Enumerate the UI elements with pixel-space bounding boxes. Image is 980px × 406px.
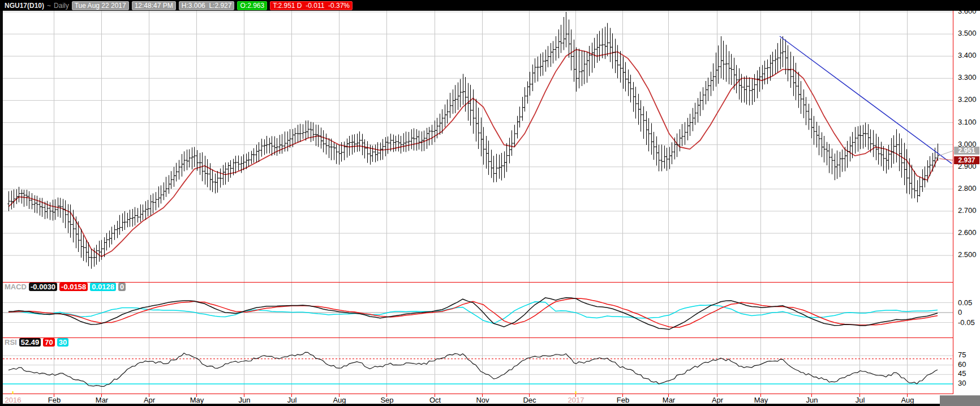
price-axis-label: 2.500 (958, 251, 977, 258)
macd-signal-badge: -0.0158 (59, 283, 88, 291)
date-axis-month-label: Jun (235, 396, 254, 404)
macd-zero-badge: 0 (118, 283, 126, 291)
rsi-axis-label: 60 (958, 361, 966, 368)
price-axis-label: 2.800 (958, 185, 977, 192)
macd-label-row: MACD -0.0030 -0.0158 0.0128 0 (5, 283, 126, 291)
rsi-axis-label: 45 (958, 370, 966, 377)
ma-price-tag: 2.937 (954, 156, 979, 164)
rsi-title[interactable]: RSI (5, 338, 17, 347)
period-label[interactable]: Daily (54, 2, 69, 10)
macd-histogram-badge: 0.0128 (90, 283, 116, 291)
left-window-edge (0, 0, 3, 406)
date-axis-month-label: Apr (708, 396, 727, 404)
rsi-oversold-badge: 30 (57, 338, 68, 347)
date-label: Tue Aug 22 2017 (72, 1, 129, 10)
date-axis-year-label: 2017 (566, 396, 586, 404)
last-trade-badge: T:2.951 D -0.011 -0.37% (270, 1, 353, 10)
date-axis-month-label: Oct (425, 396, 445, 404)
rsi-overbought-badge: 70 (43, 338, 54, 347)
high-low-label: H:3.006 L:2.927 (179, 1, 235, 10)
rsi-value-badge: 52.49 (19, 338, 41, 347)
separator-glyph: ~ (47, 2, 51, 10)
rsi-axis-label: 75 (958, 351, 966, 358)
date-axis-month-label: Aug (330, 396, 349, 404)
date-axis-month-label: May (751, 396, 771, 404)
date-axis-month-label: Sep (377, 396, 397, 404)
date-axis-month-label: Jun (802, 396, 822, 404)
date-axis-month-label: May (187, 396, 207, 404)
chart-plot[interactable] (0, 0, 980, 406)
price-axis-label: 3.300 (958, 74, 977, 81)
date-axis-month-label: Mar (92, 396, 111, 404)
open-badge: O:2.963 (237, 1, 267, 10)
macd-axis-label: 0 (958, 309, 962, 316)
price-axis-label: 3.100 (958, 118, 977, 126)
date-axis-month-label: Apr (140, 396, 159, 404)
date-axis-month-label: Jul (850, 396, 870, 404)
bottom-window-edge (0, 404, 980, 406)
date-axis-month-label: Jul (282, 396, 302, 404)
rsi-label-row: RSI 52.49 70 30 (5, 338, 68, 347)
chart-window: NGU17(D10) ~ Daily Tue Aug 22 2017 12:48… (0, 0, 980, 406)
date-axis-month-label: Mar (659, 396, 678, 404)
date-axis-month-label: Nov (473, 396, 492, 404)
title-bar: NGU17(D10) ~ Daily Tue Aug 22 2017 12:48… (0, 0, 980, 11)
price-axis-label: 2.700 (958, 207, 977, 214)
last-price-tag: 2.951 (954, 147, 979, 155)
price-axis-label: 3.500 (958, 29, 977, 37)
price-axis[interactable] (953, 5, 980, 406)
symbol-label: NGU17(D10) (5, 2, 44, 10)
price-axis-label: 3.200 (958, 96, 977, 103)
time-label: 12:48:47 PM (132, 1, 176, 10)
price-axis-label: 3.400 (958, 52, 977, 59)
macd-value-badge: -0.0030 (29, 283, 57, 291)
macd-axis-label: -0.05 (958, 319, 975, 326)
date-axis-month-label: Feb (45, 396, 64, 404)
date-axis-month-label: Dec (520, 396, 539, 404)
date-axis-month-label: Aug (898, 396, 917, 404)
date-axis-year-label: 2016 (3, 396, 23, 404)
macd-axis-label: 0.05 (958, 299, 972, 306)
rsi-axis-label: 30 (958, 379, 966, 387)
macd-title[interactable]: MACD (5, 283, 27, 291)
price-axis-label: 2.600 (958, 229, 977, 236)
resize-corner-handle[interactable] (940, 395, 980, 406)
date-axis-month-label: Feb (613, 396, 633, 404)
